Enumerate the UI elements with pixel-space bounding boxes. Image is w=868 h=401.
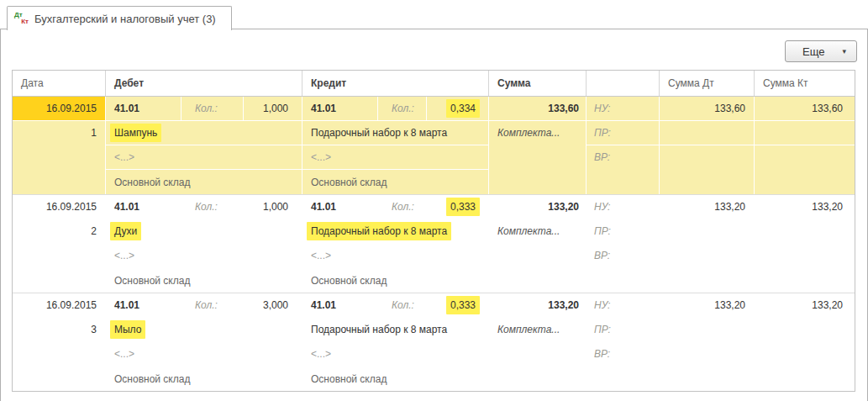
qty-label[interactable]: Кол.: bbox=[181, 293, 244, 318]
cell-credit-subconto1[interactable]: Подарочный набор к 8 марта bbox=[302, 318, 489, 342]
search-highlight: 0,333 bbox=[446, 198, 480, 216]
cell-debit-subconto1[interactable]: Духи bbox=[106, 219, 302, 244]
vr-label[interactable]: ВР: bbox=[587, 145, 660, 194]
header-amount-kt: Сумма Кт bbox=[755, 71, 855, 96]
cell-amount-kt-vr[interactable] bbox=[755, 145, 855, 194]
cell-credit-subconto3[interactable]: Основной склад bbox=[302, 170, 489, 194]
cell-amount-dt-vr[interactable] bbox=[660, 244, 755, 293]
vr-label[interactable]: ВР: bbox=[587, 244, 660, 293]
cell-amount-dt-pr[interactable] bbox=[660, 219, 755, 244]
posting-row: 16.09.2015 2 41.01 Кол.: 1,000 Духи <...… bbox=[13, 194, 855, 293]
cell-amount[interactable]: 133,20 bbox=[489, 293, 587, 318]
search-highlight: 0,333 bbox=[446, 296, 480, 314]
more-button[interactable]: Еще ▾ bbox=[785, 40, 857, 62]
cell-date[interactable]: 16.09.2015 bbox=[13, 195, 106, 219]
cell-amount-dt-vr[interactable] bbox=[660, 342, 755, 391]
cell-credit-subconto1[interactable]: Подарочный набор к 8 марта bbox=[302, 121, 489, 145]
cell-debit-qty[interactable]: 1,000 bbox=[244, 195, 302, 219]
cell-debit-subconto3[interactable]: Основной склад bbox=[106, 268, 302, 293]
cell-amount-kt-nu[interactable]: 133,20 bbox=[755, 293, 855, 318]
tab-label: Бухгалтерский и налоговый учет (3) bbox=[34, 13, 216, 25]
postings-table: Дата Дебет Кредит Сумма Сумма Дт Сумма К… bbox=[12, 70, 855, 392]
cell-debit-subconto2[interactable]: <...> bbox=[106, 244, 302, 268]
cell-row-number[interactable]: 2 bbox=[13, 219, 106, 293]
posting-row: 16.09.2015 3 41.01 Кол.: 3,000 Мыло <...… bbox=[13, 293, 855, 391]
qty-label[interactable]: Кол.: bbox=[378, 97, 427, 121]
cell-amount-kt-nu[interactable]: 133,60 bbox=[755, 97, 855, 121]
cell-amount-dt-vr[interactable] bbox=[660, 145, 755, 194]
search-highlight: Подарочный набор к 8 марта bbox=[307, 222, 451, 240]
cell-debit-qty[interactable]: 1,000 bbox=[244, 97, 302, 121]
cell-credit-subconto1[interactable]: Подарочный набор к 8 марта bbox=[302, 219, 489, 244]
cell-date[interactable]: 16.09.2015 bbox=[13, 293, 106, 318]
cell-amount-dt-pr[interactable] bbox=[660, 318, 755, 342]
qty-label[interactable]: Кол.: bbox=[181, 97, 244, 121]
header-credit: Кредит bbox=[302, 71, 489, 96]
cell-debit-subconto2[interactable]: <...> bbox=[106, 145, 302, 170]
cell-debit-subconto3[interactable]: Основной склад bbox=[106, 170, 302, 194]
cell-credit-account[interactable]: 41.01 bbox=[302, 195, 378, 219]
table-header-row: Дата Дебет Кредит Сумма Сумма Дт Сумма К… bbox=[13, 71, 855, 97]
cell-debit-subconto1[interactable]: Шампунь bbox=[106, 121, 302, 145]
cell-credit-qty[interactable]: 0,333 bbox=[427, 293, 489, 318]
cell-amount[interactable]: 133,60 bbox=[489, 97, 587, 121]
cell-debit-subconto1[interactable]: Мыло bbox=[106, 318, 302, 342]
journal-panel: Еще ▾ Дата Дебет Кредит Сумма Сумма Дт С… bbox=[0, 29, 868, 401]
cell-debit-subconto2[interactable]: <...> bbox=[106, 342, 302, 367]
search-highlight: Мыло bbox=[110, 320, 145, 339]
cell-amount-kt-pr[interactable] bbox=[755, 121, 855, 145]
cell-credit-subconto3[interactable]: Основной склад bbox=[302, 367, 489, 391]
cell-debit-account[interactable]: 41.01 bbox=[106, 293, 181, 318]
posting-row: 16.09.2015 1 41.01 Кол.: 1,000 Шампунь <… bbox=[13, 97, 855, 194]
search-highlight: Шампунь bbox=[110, 124, 161, 142]
cell-amount[interactable]: 133,20 bbox=[489, 195, 587, 219]
cell-row-number[interactable]: 1 bbox=[13, 121, 106, 194]
chevron-down-icon: ▾ bbox=[842, 47, 846, 55]
cell-credit-subconto2[interactable]: <...> bbox=[302, 145, 489, 170]
cell-debit-account[interactable]: 41.01 bbox=[106, 97, 181, 121]
app-window: Дт Кт Бухгалтерский и налоговый учет (3)… bbox=[0, 0, 868, 401]
header-tax-empty bbox=[587, 71, 660, 96]
cell-amount-dt-nu[interactable]: 133,60 bbox=[660, 97, 755, 121]
more-button-label: Еще bbox=[802, 45, 824, 58]
search-highlight: Духи bbox=[110, 222, 141, 240]
cell-amount-dt-pr[interactable] bbox=[660, 121, 755, 145]
header-amount-dt: Сумма Дт bbox=[660, 71, 755, 96]
cell-operation-comment[interactable]: Комплекта... bbox=[489, 219, 587, 293]
cell-credit-subconto3[interactable]: Основной склад bbox=[302, 268, 489, 293]
cell-date[interactable]: 16.09.2015 bbox=[13, 97, 106, 121]
cell-credit-account[interactable]: 41.01 bbox=[302, 293, 378, 318]
tab-accounting-tax-journal[interactable]: Дт Кт Бухгалтерский и налоговый учет (3) bbox=[7, 6, 232, 30]
cell-credit-qty[interactable]: 0,333 bbox=[427, 195, 489, 219]
header-debit: Дебет bbox=[106, 71, 302, 96]
cell-debit-account[interactable]: 41.01 bbox=[106, 195, 181, 219]
cell-row-number[interactable]: 3 bbox=[13, 318, 106, 391]
vr-label[interactable]: ВР: bbox=[587, 342, 660, 391]
cell-debit-subconto3[interactable]: Основной склад bbox=[106, 367, 302, 391]
debit-credit-icon: Дт Кт bbox=[14, 12, 29, 25]
cell-operation-comment[interactable]: Комплекта... bbox=[489, 121, 587, 194]
qty-label[interactable]: Кол.: bbox=[181, 195, 244, 219]
qty-label[interactable]: Кол.: bbox=[378, 195, 427, 219]
cell-operation-comment[interactable]: Комплекта... bbox=[489, 318, 587, 391]
cell-debit-qty[interactable]: 3,000 bbox=[244, 293, 302, 318]
cell-amount-kt-pr[interactable] bbox=[755, 318, 855, 342]
cell-credit-account[interactable]: 41.01 bbox=[302, 97, 378, 121]
pr-label[interactable]: ПР: bbox=[587, 121, 660, 145]
search-highlight: 0,334 bbox=[446, 99, 480, 118]
cell-amount-kt-pr[interactable] bbox=[755, 219, 855, 244]
cell-amount-kt-nu[interactable]: 133,20 bbox=[755, 195, 855, 219]
cell-credit-subconto2[interactable]: <...> bbox=[302, 342, 489, 367]
nu-label[interactable]: НУ: bbox=[587, 97, 660, 121]
nu-label[interactable]: НУ: bbox=[587, 195, 660, 219]
cell-amount-dt-nu[interactable]: 133,20 bbox=[660, 195, 755, 219]
cell-amount-dt-nu[interactable]: 133,20 bbox=[660, 293, 755, 318]
cell-credit-subconto2[interactable]: <...> bbox=[302, 244, 489, 268]
pr-label[interactable]: ПР: bbox=[587, 219, 660, 244]
pr-label[interactable]: ПР: bbox=[587, 318, 660, 342]
nu-label[interactable]: НУ: bbox=[587, 293, 660, 318]
qty-label[interactable]: Кол.: bbox=[378, 293, 427, 318]
cell-credit-qty[interactable]: 0,334 bbox=[427, 97, 489, 121]
cell-amount-kt-vr[interactable] bbox=[755, 244, 855, 293]
cell-amount-kt-vr[interactable] bbox=[755, 342, 855, 391]
